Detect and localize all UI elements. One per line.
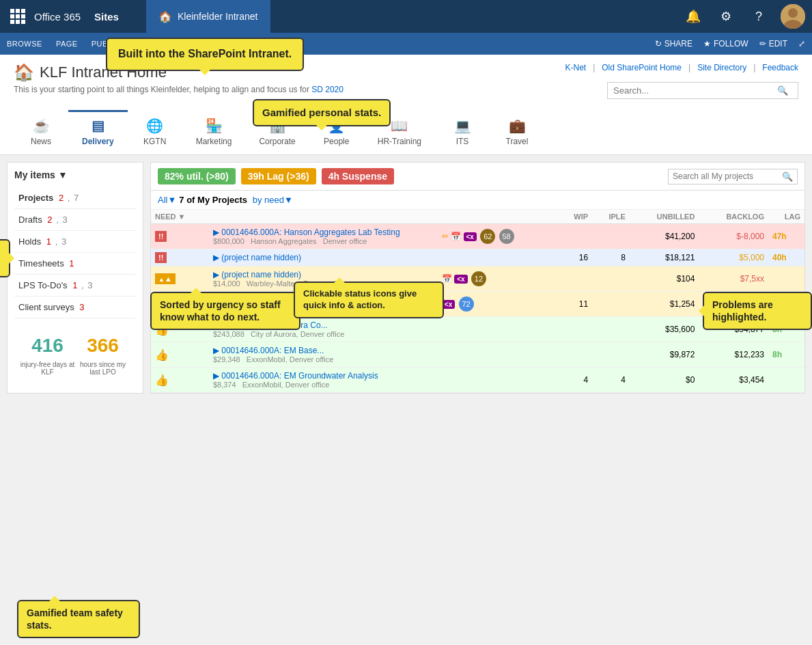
help-button[interactable]: ?: [748, 5, 770, 27]
tab-travel[interactable]: 💼 Travel: [490, 110, 544, 154]
intranet-tab[interactable]: 🏠 Kleinfelder Intranet: [146, 0, 270, 33]
thumb-up-icon[interactable]: 👍: [155, 349, 169, 361]
project-link[interactable]: ▶ 00014646.000A: Hanson Aggregates Lab T…: [213, 228, 400, 237]
sd2020-link[interactable]: SD 2020: [311, 85, 344, 94]
stat1-label: injury-free days at KLF: [20, 361, 75, 376]
suspense-badge[interactable]: 4h Suspense: [322, 168, 394, 184]
lag-badge[interactable]: 39h Lag (>36): [241, 168, 316, 184]
tab-delivery-label: Delivery: [82, 137, 114, 146]
edit-action[interactable]: ✏ EDIT: [759, 39, 787, 49]
need-badge-orange[interactable]: ▲: [155, 273, 176, 284]
iple-cell: [592, 266, 630, 292]
search-projects-bar: 🔍: [668, 169, 798, 184]
bell-button[interactable]: 🔔: [682, 5, 704, 27]
tab-marketing[interactable]: 🏪 Marketing: [182, 110, 246, 154]
search-projects-icon[interactable]: 🔍: [782, 171, 793, 182]
iple-cell: [592, 342, 630, 368]
header-search-bar: 🔍: [607, 82, 798, 99]
sidebar-item-projects[interactable]: Projects 2 , 7: [14, 187, 136, 209]
holds-count1: 1: [46, 236, 51, 247]
pencil-icon[interactable]: ✏: [442, 232, 449, 241]
projects-count1: 2: [59, 193, 64, 203]
header-search-input[interactable]: [613, 85, 777, 96]
wip-cell: [559, 224, 592, 249]
sidebar-item-surveys[interactable]: Client surveys 3: [14, 297, 136, 318]
my-items-header[interactable]: My items ▼: [14, 169, 136, 180]
old-sharepoint-link[interactable]: Old SharePoint Home: [602, 63, 682, 72]
stat2-label: hours since my last LPO: [76, 361, 130, 376]
search-projects-input[interactable]: [673, 171, 782, 181]
tab-news[interactable]: ☕ News: [14, 110, 68, 154]
circle-num[interactable]: 72: [459, 297, 474, 312]
project-link[interactable]: ▶ (project name hidden): [213, 253, 301, 262]
calendar-icon[interactable]: 📅: [451, 232, 461, 241]
knet-link[interactable]: K-Net: [565, 63, 586, 72]
drafts-count2: 3: [62, 215, 67, 225]
callout-problems: Problems are highlighted.: [703, 292, 812, 330]
th-need[interactable]: NEED ▼: [151, 210, 209, 224]
sidebar-item-lps[interactable]: LPS To-Do's 1 , 3: [14, 275, 136, 297]
settings-button[interactable]: ⚙: [715, 5, 737, 27]
all-filter[interactable]: All▼: [158, 195, 176, 205]
site-home-icon: 🏠: [14, 63, 34, 82]
by-need-filter[interactable]: by need▼: [253, 195, 293, 205]
projects-count2: ,: [68, 193, 72, 203]
need-badge-red[interactable]: !: [155, 252, 167, 263]
iple-cell: [592, 317, 630, 342]
th-lag: LAG: [768, 210, 804, 224]
x-badge[interactable]: <x: [464, 232, 477, 241]
avatar[interactable]: [781, 4, 805, 29]
circle-num1[interactable]: 12: [471, 271, 486, 286]
project-link[interactable]: ▶ 00014646.000A: EM Groundwater Analysis: [213, 371, 378, 381]
thumb-up-icon[interactable]: 👍: [155, 374, 169, 386]
table-header: NEED ▼ WIP IPLE UNBILLED BACKLOG LAG: [151, 210, 804, 224]
lps-label: LPS To-Do's: [18, 280, 70, 290]
x-badge[interactable]: <x: [454, 275, 467, 284]
star-icon: ★: [703, 39, 711, 49]
need-cell: 👍: [151, 368, 209, 393]
sidebar-item-timesheets[interactable]: Timesheets 1: [14, 253, 136, 275]
sites-label[interactable]: Sites: [94, 11, 119, 23]
follow-action[interactable]: ★ FOLLOW: [703, 39, 748, 49]
ribbon-browse[interactable]: BROWSE: [7, 40, 42, 48]
unbilled-cell: $1,254: [630, 292, 699, 317]
tab-its[interactable]: 💻 ITS: [435, 110, 490, 154]
left-sidebar: My items ▼ Projects 2 , 7 Drafts 2 , 3 H…: [7, 162, 143, 394]
lps-sep: ,: [81, 280, 86, 290]
backlog-cell: $5,000: [699, 249, 768, 266]
table-row: 👍 ▶ 00014646.000A: EM Groundwater Analys…: [151, 368, 804, 393]
home-icon: 🏠: [158, 10, 172, 23]
circle-num1[interactable]: 62: [480, 229, 495, 244]
tab-people-label: People: [324, 137, 349, 146]
tab-its-label: ITS: [456, 137, 469, 146]
project-name-cell: ▶ 00014646.000A: EM Groundwater Analysis…: [209, 368, 438, 393]
share-action[interactable]: ↻ SHARE: [655, 39, 692, 49]
sidebar-item-drafts[interactable]: Drafts 2 , 3: [14, 209, 136, 231]
circle-num2[interactable]: 58: [499, 229, 514, 244]
tab-kgtn[interactable]: 🌐 KGTN: [128, 110, 182, 154]
th-icons: [438, 210, 559, 224]
th-wip: WIP: [559, 210, 592, 224]
wip-cell: [559, 342, 592, 368]
calendar-icon[interactable]: 📅: [442, 274, 452, 284]
timesheets-label: Timesheets: [18, 258, 66, 269]
tab-marketing-label: Marketing: [196, 137, 232, 146]
icon-cell: 📅 <x 12: [438, 266, 559, 292]
need-badge-red[interactable]: !: [155, 231, 167, 242]
util-badge[interactable]: 82% util. (>80): [158, 168, 236, 184]
header-search-icon[interactable]: 🔍: [777, 85, 788, 96]
project-link[interactable]: ▶ (project name hidden): [213, 270, 301, 279]
tab-delivery[interactable]: ▤ Delivery: [68, 110, 128, 154]
feedback-link[interactable]: Feedback: [762, 63, 798, 72]
waffle-icon[interactable]: [7, 5, 29, 27]
expand-action[interactable]: ⤢: [798, 39, 805, 49]
main-content: My items ▼ Projects 2 , 7 Drafts 2 , 3 H…: [0, 155, 812, 400]
sidebar-item-holds[interactable]: Holds 1 , 3: [14, 231, 136, 253]
stats-bar: 82% util. (>80) 39h Lag (>36) 4h Suspens…: [151, 163, 804, 191]
iple-cell: 4: [592, 368, 630, 393]
ribbon-page[interactable]: PAGE: [56, 40, 78, 48]
site-directory-link[interactable]: Site Directory: [697, 63, 746, 72]
project-link[interactable]: ▶ 00014646.000A: EM Base...: [213, 346, 324, 355]
share-label: SHARE: [664, 39, 692, 49]
drafts-label: Drafts: [18, 215, 44, 225]
